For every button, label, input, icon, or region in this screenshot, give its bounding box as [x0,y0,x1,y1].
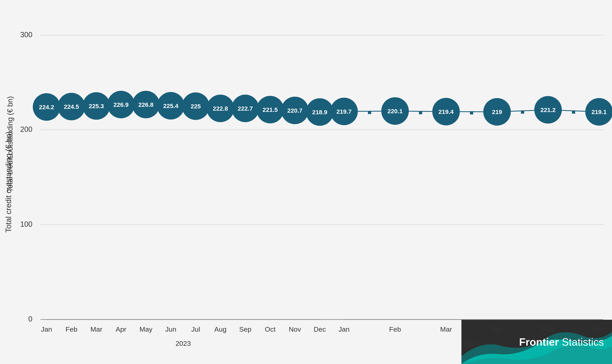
bubble-label-2023-apr: 226.9 [113,101,128,108]
x-label-2023-jun: Jun [165,325,177,333]
sq-2024-apr-may [521,110,524,114]
x-label-2024-jan: Jan [339,325,350,333]
bubble-label-2024-jun: 219.1 [591,109,607,115]
sq-2024-may-jun [572,110,575,114]
x-label-2023-apr: Apr [116,325,126,333]
bubble-label-2023-may: 226.8 [138,101,153,108]
x-label-2023-dec: Dec [314,325,326,333]
bubble-label-2023-nov: 220.7 [287,107,302,114]
sq-2024-jan-feb [368,111,371,114]
bubble-label-2023-aug: 222.8 [213,105,228,112]
bubble-label-2023-feb: 224.5 [64,103,79,110]
bubble-label-2024-may: 221.2 [540,106,556,113]
y-tick-0: 0 [28,315,32,323]
bubble-label-2023-oct: 221.5 [262,106,278,113]
bubble-label-2024-feb: 220.1 [387,108,403,115]
year-label-2023: 2023 [176,339,191,347]
bubble-label-2023-jan: 224.2 [39,104,54,110]
x-label-2023-nov: Nov [289,325,301,333]
x-label-2023-oct: Oct [265,325,276,333]
x-label-2023-feb: Feb [66,325,78,333]
x-label-2024-mar: Mar [440,325,452,333]
y-tick-100: 100 [20,220,32,228]
chart-svg: 300 200 100 0 Jan Feb Mar Apr May Jun Ju… [0,0,612,364]
x-label-2024-jun: Jun [594,325,605,333]
x-label-2024-feb: Feb [389,325,401,333]
bubble-label-2023-jul: 225 [191,103,201,110]
y-axis-label-svg: Total credit outstanding (€ bn) [4,131,13,233]
bubble-label-2023-mar: 225.3 [89,103,104,109]
sq-2024-mar-apr [470,111,473,115]
branding-text: Frontier Statistics [519,336,604,348]
x-label-2023-jul: Jul [191,325,200,333]
bubble-label-2023-dec: 218.9 [312,109,327,116]
x-label-2023-sep: Sep [239,325,252,333]
bubble-label-2024-jan: 219.7 [336,108,352,115]
x-label-2023-aug: Aug [214,325,227,333]
x-label-2023-mar: Mar [91,325,102,333]
x-label-2024-apr: Apr [492,325,503,333]
y-tick-200: 200 [20,125,32,133]
year-label-2024: 2024 [464,339,479,347]
bubble-label-2023-jun: 225.4 [163,103,178,109]
branding-statistics: Statistics [562,336,604,348]
bubble-label-2024-apr: 219 [492,109,502,115]
x-label-2023-jan: Jan [41,325,52,333]
branding-frontier: Frontier [519,336,559,348]
chart-container: Total credit outstanding (€ bn) Frontier… [0,0,612,364]
bubble-label-2023-sep: 222.7 [238,105,253,112]
x-label-2024-may: May [542,325,555,333]
sq-2024-feb-mar [419,111,422,114]
y-tick-300: 300 [20,30,32,39]
bubble-label-2024-mar: 219.4 [438,108,453,115]
x-label-2023-may: May [139,325,152,333]
